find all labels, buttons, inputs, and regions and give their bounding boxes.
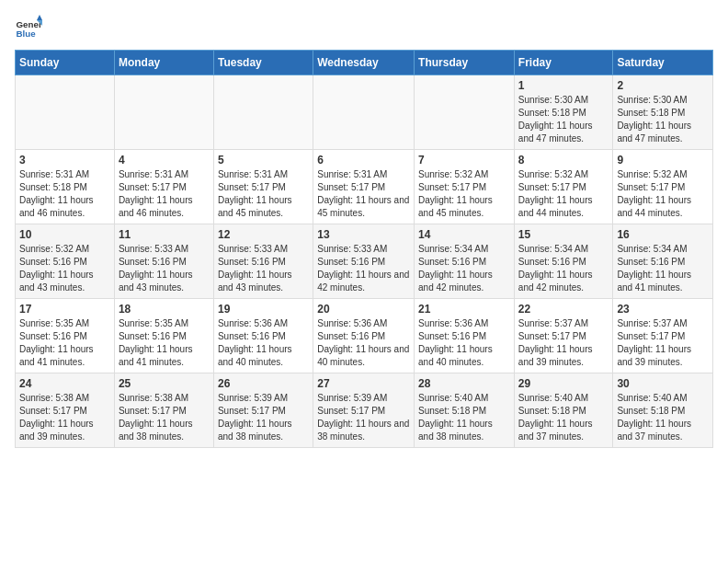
calendar-cell: 18Sunrise: 5:35 AM Sunset: 5:16 PM Dayli… xyxy=(114,299,213,373)
day-number: 15 xyxy=(518,228,609,241)
day-info: Sunrise: 5:32 AM Sunset: 5:17 PM Dayligh… xyxy=(518,168,609,220)
day-number: 10 xyxy=(19,228,110,241)
day-info: Sunrise: 5:36 AM Sunset: 5:16 PM Dayligh… xyxy=(317,317,410,369)
day-number: 24 xyxy=(19,377,110,390)
day-number: 16 xyxy=(617,228,709,241)
calendar-cell: 21Sunrise: 5:36 AM Sunset: 5:16 PM Dayli… xyxy=(415,299,515,373)
day-number: 25 xyxy=(119,377,210,390)
calendar-col-thursday: Thursday xyxy=(415,51,515,75)
day-info: Sunrise: 5:39 AM Sunset: 5:17 PM Dayligh… xyxy=(317,392,410,443)
calendar-cell: 10Sunrise: 5:32 AM Sunset: 5:16 PM Dayli… xyxy=(16,224,115,299)
day-number: 14 xyxy=(418,228,510,241)
day-info: Sunrise: 5:30 AM Sunset: 5:18 PM Dayligh… xyxy=(518,94,609,145)
day-number: 2 xyxy=(617,79,709,92)
day-info: Sunrise: 5:31 AM Sunset: 5:17 PM Dayligh… xyxy=(218,168,309,220)
day-number: 11 xyxy=(119,228,210,241)
calendar-col-friday: Friday xyxy=(514,51,613,75)
day-number: 6 xyxy=(317,154,410,167)
calendar-col-monday: Monday xyxy=(114,51,213,75)
day-number: 8 xyxy=(518,154,609,167)
logo-icon: General Blue xyxy=(15,15,42,42)
calendar-cell: 2Sunrise: 5:30 AM Sunset: 5:18 PM Daylig… xyxy=(613,75,713,150)
calendar-col-sunday: Sunday xyxy=(16,51,115,75)
day-info: Sunrise: 5:33 AM Sunset: 5:16 PM Dayligh… xyxy=(119,243,210,294)
calendar-cell: 20Sunrise: 5:36 AM Sunset: 5:16 PM Dayli… xyxy=(313,299,415,373)
calendar-cell xyxy=(114,75,213,150)
day-info: Sunrise: 5:37 AM Sunset: 5:17 PM Dayligh… xyxy=(617,317,709,369)
calendar-cell: 17Sunrise: 5:35 AM Sunset: 5:16 PM Dayli… xyxy=(16,299,115,373)
calendar-cell: 27Sunrise: 5:39 AM Sunset: 5:17 PM Dayli… xyxy=(313,373,415,448)
calendar-cell: 22Sunrise: 5:37 AM Sunset: 5:17 PM Dayli… xyxy=(514,299,613,373)
calendar-col-tuesday: Tuesday xyxy=(213,51,313,75)
day-number: 20 xyxy=(317,303,410,316)
day-info: Sunrise: 5:35 AM Sunset: 5:16 PM Dayligh… xyxy=(119,317,210,369)
calendar-cell: 24Sunrise: 5:38 AM Sunset: 5:17 PM Dayli… xyxy=(16,373,115,448)
day-info: Sunrise: 5:34 AM Sunset: 5:16 PM Dayligh… xyxy=(518,243,609,294)
day-number: 29 xyxy=(518,377,609,390)
day-info: Sunrise: 5:33 AM Sunset: 5:16 PM Dayligh… xyxy=(218,243,309,294)
calendar-cell xyxy=(16,75,115,150)
day-info: Sunrise: 5:36 AM Sunset: 5:16 PM Dayligh… xyxy=(418,317,510,369)
calendar-cell: 19Sunrise: 5:36 AM Sunset: 5:16 PM Dayli… xyxy=(213,299,313,373)
day-number: 13 xyxy=(317,228,410,241)
calendar-cell: 15Sunrise: 5:34 AM Sunset: 5:16 PM Dayli… xyxy=(514,224,613,299)
day-info: Sunrise: 5:33 AM Sunset: 5:16 PM Dayligh… xyxy=(317,243,410,294)
calendar-cell: 29Sunrise: 5:40 AM Sunset: 5:18 PM Dayli… xyxy=(514,373,613,448)
calendar-cell: 6Sunrise: 5:31 AM Sunset: 5:17 PM Daylig… xyxy=(313,150,415,224)
day-info: Sunrise: 5:38 AM Sunset: 5:17 PM Dayligh… xyxy=(119,392,210,443)
day-info: Sunrise: 5:38 AM Sunset: 5:17 PM Dayligh… xyxy=(19,392,110,443)
day-number: 19 xyxy=(218,303,309,316)
calendar-cell: 30Sunrise: 5:40 AM Sunset: 5:18 PM Dayli… xyxy=(613,373,713,448)
day-info: Sunrise: 5:37 AM Sunset: 5:17 PM Dayligh… xyxy=(518,317,609,369)
calendar-cell: 13Sunrise: 5:33 AM Sunset: 5:16 PM Dayli… xyxy=(313,224,415,299)
calendar-week-1: 1Sunrise: 5:30 AM Sunset: 5:18 PM Daylig… xyxy=(16,75,713,150)
day-info: Sunrise: 5:31 AM Sunset: 5:18 PM Dayligh… xyxy=(19,168,110,220)
day-info: Sunrise: 5:31 AM Sunset: 5:17 PM Dayligh… xyxy=(317,168,410,220)
calendar-cell: 5Sunrise: 5:31 AM Sunset: 5:17 PM Daylig… xyxy=(213,150,313,224)
day-number: 3 xyxy=(19,154,110,167)
day-number: 7 xyxy=(418,154,510,167)
calendar-table: SundayMondayTuesdayWednesdayThursdayFrid… xyxy=(15,50,713,448)
calendar-cell: 16Sunrise: 5:34 AM Sunset: 5:16 PM Dayli… xyxy=(613,224,713,299)
day-info: Sunrise: 5:36 AM Sunset: 5:16 PM Dayligh… xyxy=(218,317,309,369)
day-number: 9 xyxy=(617,154,709,167)
day-info: Sunrise: 5:40 AM Sunset: 5:18 PM Dayligh… xyxy=(418,392,510,443)
calendar-cell: 25Sunrise: 5:38 AM Sunset: 5:17 PM Dayli… xyxy=(114,373,213,448)
day-number: 28 xyxy=(418,377,510,390)
logo: General Blue xyxy=(15,15,42,42)
day-number: 30 xyxy=(617,377,709,390)
calendar-cell: 12Sunrise: 5:33 AM Sunset: 5:16 PM Dayli… xyxy=(213,224,313,299)
day-info: Sunrise: 5:40 AM Sunset: 5:18 PM Dayligh… xyxy=(518,392,609,443)
calendar-cell xyxy=(213,75,313,150)
day-number: 22 xyxy=(518,303,609,316)
calendar-week-5: 24Sunrise: 5:38 AM Sunset: 5:17 PM Dayli… xyxy=(16,373,713,448)
calendar-header-row: SundayMondayTuesdayWednesdayThursdayFrid… xyxy=(16,51,713,75)
day-info: Sunrise: 5:35 AM Sunset: 5:16 PM Dayligh… xyxy=(19,317,110,369)
day-number: 23 xyxy=(617,303,709,316)
day-info: Sunrise: 5:32 AM Sunset: 5:17 PM Dayligh… xyxy=(418,168,510,220)
calendar-cell xyxy=(415,75,515,150)
calendar-week-2: 3Sunrise: 5:31 AM Sunset: 5:18 PM Daylig… xyxy=(16,150,713,224)
day-info: Sunrise: 5:32 AM Sunset: 5:17 PM Dayligh… xyxy=(617,168,709,220)
day-number: 27 xyxy=(317,377,410,390)
svg-text:Blue: Blue xyxy=(17,29,37,39)
calendar-cell: 3Sunrise: 5:31 AM Sunset: 5:18 PM Daylig… xyxy=(16,150,115,224)
day-info: Sunrise: 5:31 AM Sunset: 5:17 PM Dayligh… xyxy=(119,168,210,220)
svg-marker-2 xyxy=(37,15,42,20)
calendar-col-saturday: Saturday xyxy=(613,51,713,75)
day-number: 17 xyxy=(19,303,110,316)
page-header: General Blue xyxy=(15,15,713,42)
day-info: Sunrise: 5:39 AM Sunset: 5:17 PM Dayligh… xyxy=(218,392,309,443)
day-info: Sunrise: 5:34 AM Sunset: 5:16 PM Dayligh… xyxy=(617,243,709,294)
calendar-cell: 23Sunrise: 5:37 AM Sunset: 5:17 PM Dayli… xyxy=(613,299,713,373)
day-number: 18 xyxy=(119,303,210,316)
day-number: 21 xyxy=(418,303,510,316)
day-info: Sunrise: 5:32 AM Sunset: 5:16 PM Dayligh… xyxy=(19,243,110,294)
day-number: 1 xyxy=(518,79,609,92)
calendar-cell: 1Sunrise: 5:30 AM Sunset: 5:18 PM Daylig… xyxy=(514,75,613,150)
calendar-cell: 11Sunrise: 5:33 AM Sunset: 5:16 PM Dayli… xyxy=(114,224,213,299)
calendar-cell: 7Sunrise: 5:32 AM Sunset: 5:17 PM Daylig… xyxy=(415,150,515,224)
calendar-cell: 9Sunrise: 5:32 AM Sunset: 5:17 PM Daylig… xyxy=(613,150,713,224)
day-info: Sunrise: 5:40 AM Sunset: 5:18 PM Dayligh… xyxy=(617,392,709,443)
calendar-cell: 14Sunrise: 5:34 AM Sunset: 5:16 PM Dayli… xyxy=(415,224,515,299)
